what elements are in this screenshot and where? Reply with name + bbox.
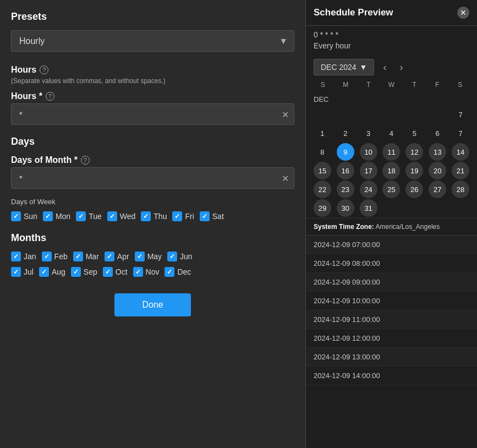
checkbox-item-sep[interactable]: Sep <box>71 267 97 277</box>
checkbox-item-jan[interactable]: Jan <box>11 252 36 261</box>
checkbox-item-tue[interactable]: Tue <box>76 211 102 221</box>
checkbox-item-nov[interactable]: Nov <box>133 267 160 277</box>
dow-f: F <box>426 79 449 91</box>
checkbox-item-may[interactable]: May <box>135 252 162 261</box>
calendar-day-3[interactable]: 3 <box>360 124 377 142</box>
preview-title: Schedule Preview <box>314 7 393 18</box>
calendar-day-31[interactable]: 31 <box>360 199 377 217</box>
calendar-day-1[interactable]: 1 <box>314 124 331 142</box>
calendar-day-11[interactable]: 11 <box>382 143 400 161</box>
calendar-day-30[interactable]: 30 <box>337 199 354 217</box>
hours-help-icon[interactable]: ? <box>40 65 48 74</box>
checkbox-jan[interactable] <box>11 252 21 261</box>
checkbox-item-wed[interactable]: Wed <box>107 211 136 221</box>
calendar-day-25[interactable]: 25 <box>382 181 400 198</box>
calendar-grid: S M T W T F S DEC 7123456789101112131415… <box>306 79 477 218</box>
calendar-week-4: 22232425262728 <box>311 181 471 198</box>
checkbox-feb[interactable] <box>42 252 52 261</box>
calendar-day-5[interactable]: 5 <box>405 124 423 142</box>
checkbox-aug[interactable] <box>39 267 49 277</box>
checkbox-sat[interactable] <box>200 211 210 221</box>
hours-field-label: Hours * <box>11 91 42 101</box>
checkbox-label-jul: Jul <box>24 267 34 276</box>
calendar-day-27[interactable]: 27 <box>429 181 446 198</box>
hours-title: Hours <box>11 65 36 75</box>
checkbox-item-mon[interactable]: Mon <box>43 211 70 221</box>
checkbox-item-jun[interactable]: Jun <box>167 252 193 261</box>
calendar-day-19[interactable]: 19 <box>405 162 423 179</box>
calendar-day-2[interactable]: 2 <box>337 124 354 142</box>
calendar-day-21[interactable]: 21 <box>452 162 469 179</box>
checkbox-fri[interactable] <box>172 211 182 221</box>
checkbox-jun[interactable] <box>167 252 177 261</box>
checkbox-item-oct[interactable]: Oct <box>103 267 128 277</box>
checkbox-mon[interactable] <box>43 211 53 221</box>
calendar-day-12[interactable]: 12 <box>405 143 423 161</box>
checkbox-item-fri[interactable]: Fri <box>172 211 194 221</box>
calendar-body: 7123456789101112131415161718192021222324… <box>311 106 471 217</box>
calendar-day-18[interactable]: 18 <box>382 162 400 179</box>
checkbox-item-aug[interactable]: Aug <box>39 267 65 277</box>
calendar-month-label: DEC <box>311 93 471 106</box>
calendar-day-17[interactable]: 17 <box>360 162 377 179</box>
checkbox-item-mar[interactable]: Mar <box>73 252 99 261</box>
checkbox-sep[interactable] <box>71 267 81 277</box>
checkbox-apr[interactable] <box>105 252 114 261</box>
cron-expression: 0 * * * * <box>306 26 477 40</box>
calendar-day-16[interactable]: 16 <box>337 162 354 179</box>
calendar-day-7[interactable]: 7 <box>452 106 469 123</box>
calendar-day-20[interactable]: 20 <box>429 162 446 179</box>
months-title: Months <box>11 232 294 244</box>
checkbox-mar[interactable] <box>73 252 83 261</box>
calendar-day-24[interactable]: 24 <box>360 181 377 198</box>
hours-input[interactable] <box>11 103 294 125</box>
presets-title: Presets <box>11 11 294 23</box>
done-button[interactable]: Done <box>114 293 190 316</box>
next-month-button[interactable]: › <box>395 59 407 75</box>
checkbox-jul[interactable] <box>11 267 21 277</box>
calendar-day-6[interactable]: 6 <box>429 124 446 142</box>
checkbox-dec[interactable] <box>165 267 174 277</box>
checkbox-wed[interactable] <box>107 211 117 221</box>
days-of-month-clear-button[interactable]: ✕ <box>282 173 289 183</box>
calendar-day-23[interactable]: 23 <box>337 181 354 198</box>
calendar-day-14[interactable]: 14 <box>452 143 469 161</box>
prev-month-button[interactable]: ‹ <box>379 59 391 75</box>
checkbox-item-feb[interactable]: Feb <box>42 252 68 261</box>
left-panel: Presets Hourly Daily Weekly Monthly Cust… <box>0 0 305 448</box>
calendar-day-28[interactable]: 28 <box>452 181 469 198</box>
calendar-day-8[interactable]: 8 <box>314 143 331 161</box>
calendar-day-29[interactable]: 29 <box>314 199 331 217</box>
checkbox-item-thu[interactable]: Thu <box>141 211 167 221</box>
checkbox-nov[interactable] <box>133 267 143 277</box>
calendar-day-7[interactable]: 7 <box>452 124 469 142</box>
checkbox-item-jul[interactable]: Jul <box>11 267 34 277</box>
days-of-month-label: Days of Month * <box>11 155 78 165</box>
preset-select[interactable]: Hourly Daily Weekly Monthly Custom <box>11 30 294 52</box>
checkbox-may[interactable] <box>135 252 145 261</box>
calendar-day-22[interactable]: 22 <box>314 181 331 198</box>
calendar-day-9[interactable]: 9 <box>337 143 354 161</box>
calendar-day-26[interactable]: 26 <box>405 181 423 198</box>
checkbox-item-sat[interactable]: Sat <box>200 211 224 221</box>
close-button[interactable]: ✕ <box>457 7 469 19</box>
checkbox-item-sun[interactable]: Sun <box>11 211 37 221</box>
calendar-day-10[interactable]: 10 <box>360 143 377 161</box>
hours-field-help-icon[interactable]: ? <box>46 92 54 101</box>
calendar-dow-row: S M T W T F S <box>311 79 471 91</box>
checkbox-label-wed: Wed <box>120 212 136 221</box>
month-year-button[interactable]: DEC 2024 ▼ <box>314 59 374 75</box>
days-of-month-help-icon[interactable]: ? <box>81 156 90 165</box>
calendar-day-15[interactable]: 15 <box>314 162 331 179</box>
days-of-month-input[interactable] <box>11 167 294 189</box>
checkbox-tue[interactable] <box>76 211 86 221</box>
schedule-item-4: 2024-12-09 11:00:00 <box>306 310 477 329</box>
calendar-day-4[interactable]: 4 <box>382 124 400 142</box>
checkbox-oct[interactable] <box>103 267 113 277</box>
calendar-day-13[interactable]: 13 <box>429 143 446 161</box>
checkbox-item-dec[interactable]: Dec <box>165 267 191 277</box>
checkbox-thu[interactable] <box>141 211 151 221</box>
checkbox-sun[interactable] <box>11 211 21 221</box>
hours-clear-button[interactable]: ✕ <box>282 109 289 119</box>
checkbox-item-apr[interactable]: Apr <box>105 252 129 261</box>
